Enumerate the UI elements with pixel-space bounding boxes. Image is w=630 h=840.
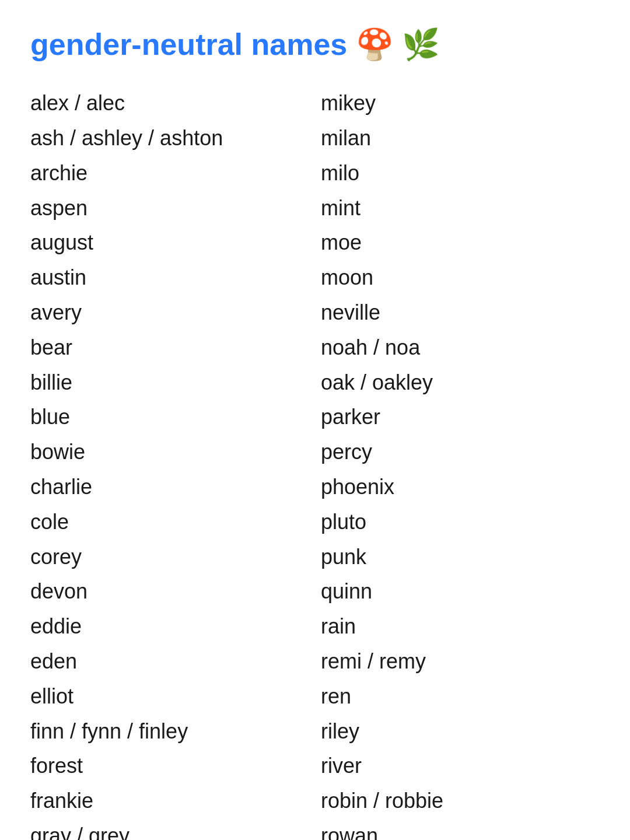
list-item: parker [321, 400, 600, 435]
names-grid: alex / alecash / ashley / ashtonarchieas… [30, 86, 600, 840]
list-item: punk [321, 540, 600, 575]
list-item: finn / fynn / finley [30, 714, 309, 749]
list-item: bear [30, 330, 309, 365]
list-item: river [321, 748, 600, 783]
right-column: mikeymilanmilomintmoemoonnevillenoah / n… [321, 86, 600, 840]
list-item: moe [321, 225, 600, 260]
list-item: rain [321, 609, 600, 644]
list-item: moon [321, 260, 600, 295]
list-item: avery [30, 295, 309, 330]
title-text: gender-neutral names [30, 27, 347, 61]
list-item: elliot [30, 679, 309, 714]
list-item: billie [30, 365, 309, 400]
list-item: phoenix [321, 470, 600, 505]
title-emoji: 🍄 🌿 [356, 27, 440, 61]
list-item: ren [321, 679, 600, 714]
left-column: alex / alecash / ashley / ashtonarchieas… [30, 86, 309, 840]
list-item: milo [321, 156, 600, 191]
list-item: percy [321, 435, 600, 470]
list-item: corey [30, 540, 309, 575]
list-item: milan [321, 121, 600, 156]
list-item: blue [30, 400, 309, 435]
list-item: archie [30, 156, 309, 191]
list-item: oak / oakley [321, 365, 600, 400]
list-item: robin / robbie [321, 783, 600, 818]
list-item: aspen [30, 191, 309, 226]
list-item: gray / grey [30, 818, 309, 840]
list-item: devon [30, 574, 309, 609]
list-item: frankie [30, 783, 309, 818]
list-item: quinn [321, 574, 600, 609]
list-item: eden [30, 644, 309, 679]
list-item: neville [321, 295, 600, 330]
list-item: forest [30, 748, 309, 783]
list-item: rowan [321, 818, 600, 840]
list-item: bowie [30, 435, 309, 470]
list-item: august [30, 225, 309, 260]
list-item: mint [321, 191, 600, 226]
list-item: austin [30, 260, 309, 295]
list-item: noah / noa [321, 330, 600, 365]
list-item: riley [321, 714, 600, 749]
list-item: pluto [321, 505, 600, 540]
list-item: remi / remy [321, 644, 600, 679]
list-item: cole [30, 505, 309, 540]
list-item: alex / alec [30, 86, 309, 121]
list-item: ash / ashley / ashton [30, 121, 309, 156]
list-item: mikey [321, 86, 600, 121]
list-item: eddie [30, 609, 309, 644]
page-title: gender-neutral names 🍄 🌿 [30, 28, 600, 61]
list-item: charlie [30, 470, 309, 505]
